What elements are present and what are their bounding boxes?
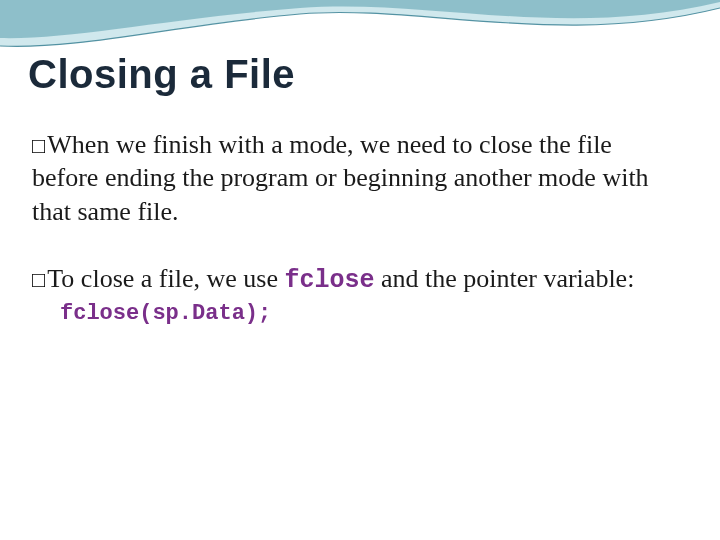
code-line: fclose(sp.Data);: [60, 301, 680, 326]
bullet-text: □When we finish with a mode, we need to …: [32, 128, 680, 228]
slide-content: □When we finish with a mode, we need to …: [32, 128, 680, 360]
bullet-marker-icon: □: [32, 132, 45, 160]
bullet-item: □When we finish with a mode, we need to …: [32, 128, 680, 228]
bullet-marker-icon: □: [32, 266, 45, 294]
slide-title: Closing a File: [28, 52, 295, 97]
bullet-suffix: and the pointer variable:: [374, 264, 634, 293]
bullet-text: □To close a file, we use fclose and the …: [32, 262, 680, 297]
bullet-prefix: To close a file, we use: [47, 264, 284, 293]
inline-code: fclose: [284, 266, 374, 295]
bullet-item: □To close a file, we use fclose and the …: [32, 262, 680, 326]
bullet-body: When we finish with a mode, we need to c…: [32, 130, 649, 226]
slide: Closing a File □When we finish with a mo…: [0, 0, 720, 540]
